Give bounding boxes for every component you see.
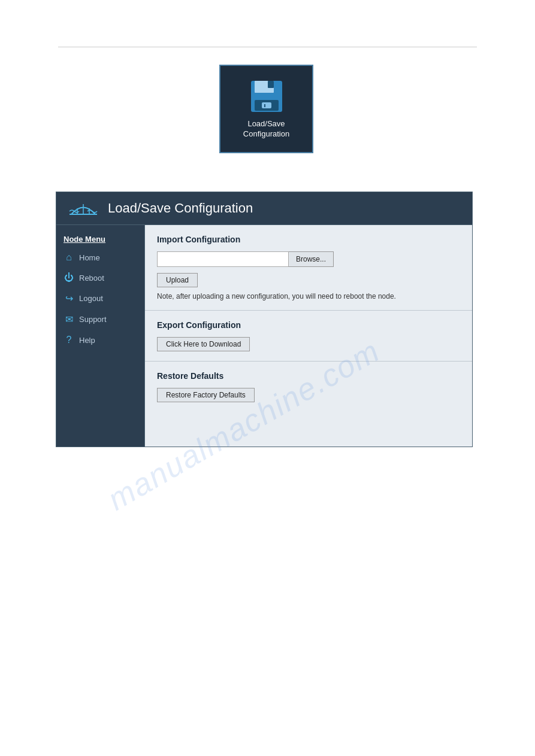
panel-content: Node Menu ⌂ Home ⏻ Reboot ↪ Logout ✉ Sup… (56, 225, 472, 447)
icon-card: Load/Save Configuration (219, 65, 313, 153)
export-section-title: Export Configuration (157, 320, 460, 330)
restore-section-title: Restore Defaults (157, 371, 460, 381)
sidebar-item-reboot-label: Reboot (79, 274, 104, 283)
svg-rect-2 (268, 81, 274, 88)
sidebar-item-help[interactable]: ? Help (56, 330, 144, 350)
header-logo (68, 199, 98, 217)
home-icon: ⌂ (64, 252, 74, 263)
sidebar-item-reboot[interactable]: ⏻ Reboot (56, 268, 144, 288)
logo-icon (68, 199, 98, 217)
restore-section: Restore Defaults Restore Factory Default… (145, 362, 472, 412)
sidebar-item-support[interactable]: ✉ Support (56, 309, 144, 330)
file-input[interactable] (157, 251, 289, 267)
main-content-area: Import Configuration Browse... Upload No… (145, 225, 472, 447)
import-row: Browse... (157, 251, 460, 267)
sidebar-item-logout-label: Logout (79, 294, 103, 303)
export-section: Export Configuration Click Here to Downl… (145, 311, 472, 362)
power-icon: ⏻ (64, 272, 74, 283)
top-divider (58, 47, 477, 47)
mail-icon: ✉ (64, 314, 74, 325)
sidebar-item-support-label: Support (79, 315, 107, 324)
logout-icon: ↪ (64, 293, 74, 304)
sidebar-item-home-label: Home (79, 253, 100, 262)
restore-factory-defaults-button[interactable]: Restore Factory Defaults (157, 388, 255, 402)
download-button[interactable]: Click Here to Download (157, 337, 250, 351)
sidebar-menu-title: Node Menu (56, 230, 144, 247)
svg-rect-5 (264, 104, 265, 107)
import-section: Import Configuration Browse... Upload No… (145, 225, 472, 311)
import-section-title: Import Configuration (157, 235, 460, 244)
upload-note: Note, after uploading a new configuratio… (157, 292, 460, 300)
icon-card-label: Load/Save Configuration (243, 119, 289, 139)
sidebar-item-help-label: Help (79, 336, 95, 345)
upload-button[interactable]: Upload (157, 273, 198, 287)
sidebar-item-logout[interactable]: ↪ Logout (56, 288, 144, 309)
panel-title: Load/Save Configuration (108, 201, 253, 216)
svg-rect-4 (262, 102, 271, 108)
panel-header: Load/Save Configuration (56, 192, 472, 225)
main-panel: Load/Save Configuration Node Menu ⌂ Home… (56, 192, 473, 447)
help-icon: ? (64, 335, 74, 345)
floppy-disk-icon (249, 78, 285, 114)
sidebar: Node Menu ⌂ Home ⏻ Reboot ↪ Logout ✉ Sup… (56, 225, 145, 447)
browse-button[interactable]: Browse... (289, 251, 334, 267)
sidebar-item-home[interactable]: ⌂ Home (56, 247, 144, 268)
